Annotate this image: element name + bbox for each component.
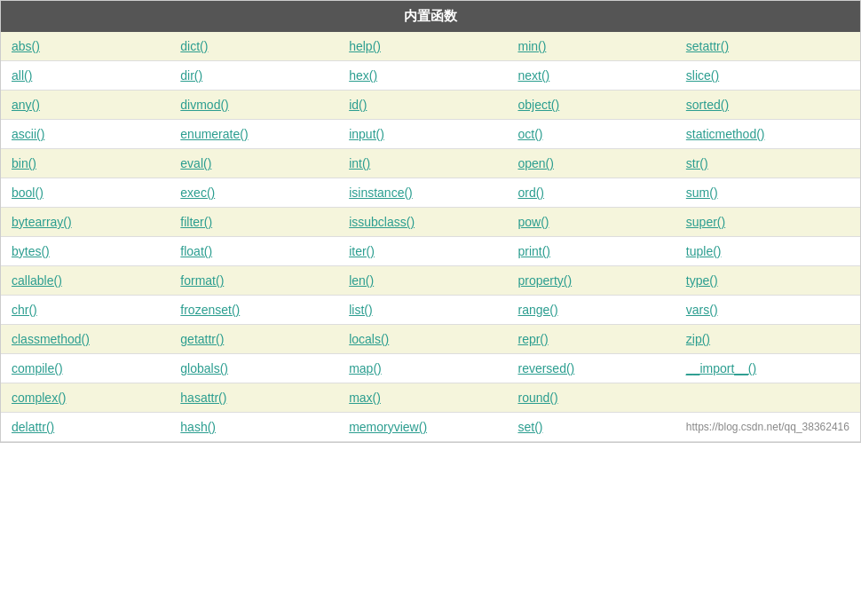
function-link[interactable]: hasattr() xyxy=(180,391,226,405)
function-link[interactable]: float() xyxy=(180,244,212,258)
function-link[interactable]: round() xyxy=(517,391,557,405)
function-link[interactable]: sum() xyxy=(686,186,718,200)
function-link[interactable]: hex() xyxy=(349,68,377,83)
table-cell: setattr() xyxy=(675,32,860,61)
table-cell: classmethod() xyxy=(1,325,170,354)
function-link[interactable]: iter() xyxy=(349,244,375,258)
table-cell: getattr() xyxy=(170,325,338,354)
function-link[interactable]: ascii() xyxy=(12,127,44,141)
table-cell: sum() xyxy=(675,178,860,208)
function-link[interactable]: locals() xyxy=(349,332,389,346)
table-cell: bin() xyxy=(1,149,170,178)
function-link[interactable]: issubclass() xyxy=(349,215,415,229)
function-link[interactable]: str() xyxy=(686,156,708,170)
function-link[interactable]: id() xyxy=(349,98,367,112)
function-link[interactable]: bytes() xyxy=(12,244,50,258)
table-cell: globals() xyxy=(170,354,338,383)
table-cell: chr() xyxy=(1,296,170,325)
function-link[interactable]: len() xyxy=(349,273,374,288)
function-link[interactable]: staticmethod() xyxy=(686,127,765,141)
function-link[interactable]: set() xyxy=(517,420,542,434)
function-link[interactable]: setattr() xyxy=(686,39,729,53)
table-cell: hex() xyxy=(338,61,507,91)
function-link[interactable]: list() xyxy=(349,303,372,317)
table-cell: bool() xyxy=(1,178,170,208)
function-link[interactable]: isinstance() xyxy=(349,186,413,200)
function-link[interactable]: reversed() xyxy=(517,361,574,375)
table-cell: all() xyxy=(1,61,170,91)
function-link[interactable]: dir() xyxy=(180,68,202,83)
function-link[interactable]: dict() xyxy=(180,39,208,53)
function-link[interactable]: globals() xyxy=(180,361,228,375)
table-cell: print() xyxy=(507,237,675,266)
function-link[interactable]: filter() xyxy=(180,215,212,229)
function-link[interactable]: divmod() xyxy=(180,98,228,112)
function-link[interactable]: object() xyxy=(517,98,559,112)
function-link[interactable]: format() xyxy=(180,273,224,288)
table-cell: tuple() xyxy=(675,237,860,266)
table-cell: hash() xyxy=(170,413,338,442)
function-link[interactable]: map() xyxy=(349,361,382,375)
function-link[interactable]: sorted() xyxy=(686,98,729,112)
function-link[interactable]: chr() xyxy=(12,303,37,317)
table-cell: vars() xyxy=(675,296,860,325)
function-link[interactable]: ord() xyxy=(517,186,544,200)
table-cell: complex() xyxy=(1,383,170,413)
function-link[interactable]: pow() xyxy=(517,215,549,229)
function-link[interactable]: classmethod() xyxy=(12,332,90,346)
table-cell: any() xyxy=(1,91,170,120)
table-cell: delattr() xyxy=(1,413,170,442)
function-link[interactable]: eval() xyxy=(180,156,211,170)
function-link[interactable]: abs() xyxy=(12,39,40,53)
table-cell: issubclass() xyxy=(338,208,507,237)
function-link[interactable]: vars() xyxy=(686,303,718,317)
function-link[interactable]: callable() xyxy=(12,273,62,288)
function-link[interactable]: slice() xyxy=(686,68,719,83)
function-link[interactable]: bin() xyxy=(12,156,36,170)
function-link[interactable]: int() xyxy=(349,156,370,170)
function-link[interactable]: property() xyxy=(517,273,572,288)
function-link[interactable]: memoryview() xyxy=(349,420,427,434)
function-link[interactable]: frozenset() xyxy=(180,303,240,317)
table-cell: enumerate() xyxy=(170,120,338,149)
function-link[interactable]: type() xyxy=(686,273,718,288)
table-cell: abs() xyxy=(1,32,170,61)
function-link[interactable]: min() xyxy=(517,39,546,53)
main-container: 内置函数 abs()dict()help()min()setattr()all(… xyxy=(0,0,861,443)
function-link[interactable]: open() xyxy=(517,156,553,170)
table-cell: slice() xyxy=(675,61,860,91)
table-cell: staticmethod() xyxy=(675,120,860,149)
function-link[interactable]: hash() xyxy=(180,420,216,434)
table-cell: dir() xyxy=(170,61,338,91)
function-link[interactable]: print() xyxy=(517,244,550,258)
function-link[interactable]: repr() xyxy=(517,332,548,346)
function-link[interactable]: input() xyxy=(349,127,384,141)
function-link[interactable]: any() xyxy=(12,98,40,112)
function-link[interactable]: bool() xyxy=(12,186,43,200)
function-link[interactable]: zip() xyxy=(686,332,710,346)
table-cell: __import__() xyxy=(675,354,860,383)
table-cell: str() xyxy=(675,149,860,178)
function-link[interactable]: __import__() xyxy=(686,361,756,375)
function-link[interactable]: max() xyxy=(349,391,381,405)
function-link[interactable]: complex() xyxy=(12,391,66,405)
function-link[interactable]: exec() xyxy=(180,186,215,200)
table-cell: object() xyxy=(507,91,675,120)
table-cell: compile() xyxy=(1,354,170,383)
table-cell: ord() xyxy=(507,178,675,208)
function-link[interactable]: all() xyxy=(12,68,32,83)
function-link[interactable]: tuple() xyxy=(686,244,722,258)
function-link[interactable]: next() xyxy=(517,68,549,83)
function-link[interactable]: help() xyxy=(349,39,381,53)
table-cell: filter() xyxy=(170,208,338,237)
function-link[interactable]: enumerate() xyxy=(180,127,248,141)
function-link[interactable]: getattr() xyxy=(180,332,224,346)
function-link[interactable]: super() xyxy=(686,215,725,229)
function-link[interactable]: range() xyxy=(517,303,557,317)
function-link[interactable]: bytearray() xyxy=(12,215,72,229)
table-cell: open() xyxy=(507,149,675,178)
function-link[interactable]: oct() xyxy=(517,127,542,141)
table-cell: ascii() xyxy=(1,120,170,149)
function-link[interactable]: delattr() xyxy=(12,420,54,434)
function-link[interactable]: compile() xyxy=(12,361,63,375)
